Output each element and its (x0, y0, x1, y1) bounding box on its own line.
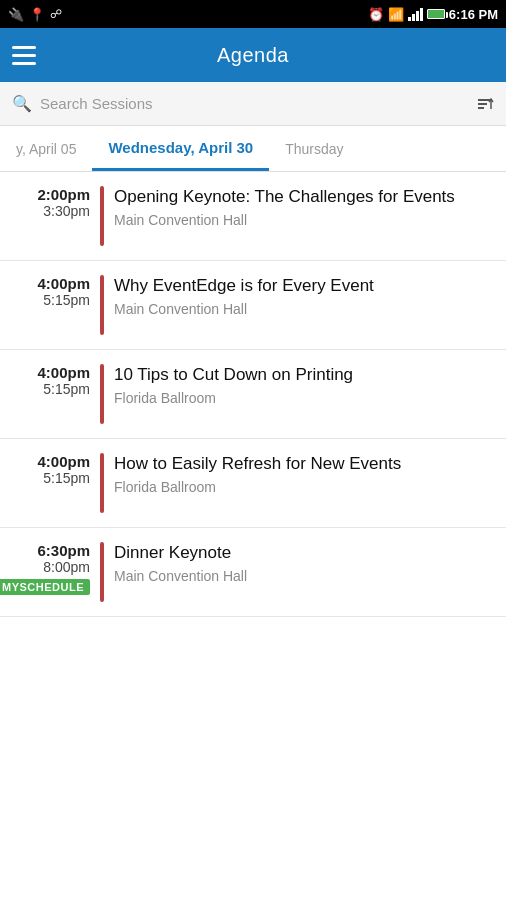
session-divider (100, 364, 104, 424)
search-input[interactable] (40, 95, 466, 112)
time-start: 4:00pm (37, 453, 90, 470)
page-title: Agenda (217, 44, 289, 67)
time-end: 8:00pm (43, 559, 90, 575)
session-info: Dinner Keynote Main Convention Hall (114, 542, 506, 584)
session-title: Dinner Keynote (114, 542, 494, 564)
session-info: How to Easily Refresh for New Events Flo… (114, 453, 506, 495)
session-time: 2:00pm 3:30pm (0, 186, 90, 219)
time-end: 5:15pm (43, 470, 90, 486)
session-time: 4:00pm 5:15pm (0, 364, 90, 397)
chat-icon: ☍ (50, 7, 62, 21)
time-end: 5:15pm (43, 381, 90, 397)
time-start: 4:00pm (37, 275, 90, 292)
session-location: Main Convention Hall (114, 568, 494, 584)
session-title: 10 Tips to Cut Down on Printing (114, 364, 494, 386)
location-icon: 📍 (29, 7, 45, 22)
hamburger-menu-button[interactable] (12, 46, 36, 65)
session-location: Main Convention Hall (114, 301, 494, 317)
session-time: 6:30pm 8:00pm MYSCHEDULE (0, 542, 90, 595)
time-start: 4:00pm (37, 364, 90, 381)
session-item[interactable]: 2:00pm 3:30pm Opening Keynote: The Chall… (0, 172, 506, 261)
sort-icon (474, 94, 494, 114)
session-item[interactable]: 4:00pm 5:15pm 10 Tips to Cut Down on Pri… (0, 350, 506, 439)
session-divider (100, 542, 104, 602)
session-time: 4:00pm 5:15pm (0, 275, 90, 308)
tab-next-day[interactable]: Thursday (269, 126, 359, 171)
session-divider (100, 275, 104, 335)
session-info: Opening Keynote: The Challenges for Even… (114, 186, 506, 228)
session-divider (100, 186, 104, 246)
session-list: 2:00pm 3:30pm Opening Keynote: The Chall… (0, 172, 506, 900)
nav-bar: Agenda (0, 28, 506, 82)
session-divider (100, 453, 104, 513)
session-location: Main Convention Hall (114, 212, 494, 228)
session-location: Florida Ballroom (114, 479, 494, 495)
tab-prev-day[interactable]: y, April 05 (0, 126, 92, 171)
battery-icon (427, 9, 445, 19)
day-tabs: y, April 05 Wednesday, April 30 Thursday (0, 126, 506, 172)
session-item[interactable]: 4:00pm 5:15pm How to Easily Refresh for … (0, 439, 506, 528)
time-start: 6:30pm (37, 542, 90, 559)
time-end: 3:30pm (43, 203, 90, 219)
wifi-icon: 📶 (388, 7, 404, 22)
session-item[interactable]: 4:00pm 5:15pm Why EventEdge is for Every… (0, 261, 506, 350)
myschedule-badge: MYSCHEDULE (0, 579, 90, 595)
session-info: 10 Tips to Cut Down on Printing Florida … (114, 364, 506, 406)
session-time: 4:00pm 5:15pm (0, 453, 90, 486)
tab-active-day[interactable]: Wednesday, April 30 (92, 126, 269, 171)
status-right-icons: ⏰ 📶 6:16 PM (368, 7, 498, 22)
session-info: Why EventEdge is for Every Event Main Co… (114, 275, 506, 317)
status-bar: 🔌 📍 ☍ ⏰ 📶 6:16 PM (0, 0, 506, 28)
session-title: How to Easily Refresh for New Events (114, 453, 494, 475)
time-end: 5:15pm (43, 292, 90, 308)
status-left-icons: 🔌 📍 ☍ (8, 7, 62, 22)
usb-icon: 🔌 (8, 7, 24, 22)
session-title: Opening Keynote: The Challenges for Even… (114, 186, 494, 208)
session-item[interactable]: 6:30pm 8:00pm MYSCHEDULE Dinner Keynote … (0, 528, 506, 617)
search-icon: 🔍 (12, 94, 32, 113)
signal-bars-icon (408, 7, 423, 21)
alarm-icon: ⏰ (368, 7, 384, 22)
time-start: 2:00pm (37, 186, 90, 203)
sort-button[interactable] (474, 94, 494, 114)
search-bar: 🔍 (0, 82, 506, 126)
time-display: 6:16 PM (449, 7, 498, 22)
session-location: Florida Ballroom (114, 390, 494, 406)
session-title: Why EventEdge is for Every Event (114, 275, 494, 297)
